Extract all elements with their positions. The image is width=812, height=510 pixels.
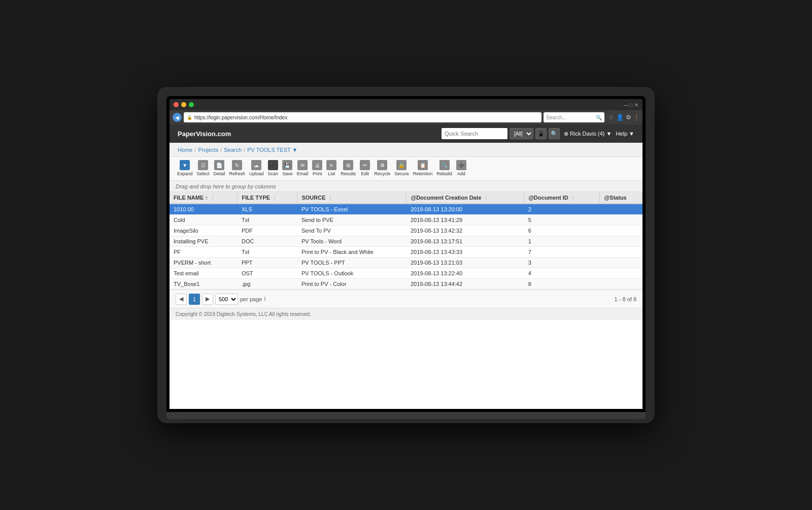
select-label: Select xyxy=(197,171,210,176)
cell-creation_date: 2019-08-13 13:20:00 xyxy=(407,204,524,215)
breadcrumb-search[interactable]: Search xyxy=(224,147,242,153)
group-by-bar[interactable]: Drag and drop here to group by columns xyxy=(170,181,642,192)
col-grip-docid[interactable]: ⋮ xyxy=(570,195,576,201)
col-grip-date[interactable]: ⋮ xyxy=(484,195,489,201)
col-grip-filetype[interactable]: ⋮ xyxy=(272,195,277,201)
table-row[interactable]: PFTxtPrint to PV - Black and White2019-0… xyxy=(170,247,642,258)
recycle-label: Recycle xyxy=(374,171,390,176)
tool-detail[interactable]: 📄 Detail xyxy=(212,159,227,177)
col-status[interactable]: @Status xyxy=(600,192,642,204)
close-btn[interactable] xyxy=(174,102,179,107)
col-creation-date[interactable]: @Document Creation Date⋮ xyxy=(407,192,524,204)
cell-filetype: DOC xyxy=(238,236,297,247)
cell-filename: PF xyxy=(170,247,238,258)
star-icon[interactable]: ☆ xyxy=(608,114,614,121)
breadcrumb-projects[interactable]: Projects xyxy=(198,147,218,153)
cell-source: Print to PV - Black and White xyxy=(297,247,407,258)
browser-search-placeholder: Search... xyxy=(546,115,566,120)
user-profile-icon[interactable]: 👤 xyxy=(616,114,624,121)
add-label: Add xyxy=(457,171,465,176)
per-page-select[interactable]: 500 100 50 xyxy=(215,294,238,305)
minimize-btn[interactable] xyxy=(181,102,186,107)
extensions-icon[interactable]: ⚙ xyxy=(626,114,631,121)
user-menu[interactable]: ⊕ Rick Davis (4) ▼ xyxy=(564,131,612,137)
prev-page-btn[interactable]: ◀ xyxy=(176,294,187,305)
cell-status xyxy=(600,279,642,290)
tool-save[interactable]: 💾 Save xyxy=(281,159,294,177)
results-label: Results xyxy=(341,171,356,176)
browser-search-icon: 🔍 xyxy=(596,115,602,120)
browser-search-box[interactable]: Search... 🔍 xyxy=(544,112,604,122)
retention-label: Retention xyxy=(413,171,433,176)
table-row[interactable]: PVERM - shortPPTPV TOOLS - PPT2019-08-13… xyxy=(170,258,642,268)
cell-doc_id: 5 xyxy=(524,215,600,226)
list-icon: ≡ xyxy=(326,160,336,170)
tool-recycle[interactable]: ♻ Recycle xyxy=(373,159,392,177)
tool-refresh[interactable]: ↻ Refresh xyxy=(228,159,247,177)
cell-source: Print to PV - Color xyxy=(297,279,407,290)
mobile-icon-btn[interactable]: 📱 xyxy=(535,128,547,139)
tool-edit[interactable]: ✏ Edit xyxy=(358,159,371,177)
cell-creation_date: 2019-08-13 13:43:33 xyxy=(407,247,524,258)
cell-source: PV TOOLS - PPT xyxy=(297,258,407,268)
cell-filename: TV_Bose1 xyxy=(170,279,238,290)
tool-scan[interactable]: ⬛ Scan xyxy=(266,159,280,177)
quick-search-wrapper: [All] 📱 🔍 xyxy=(442,128,560,139)
group-by-text: Drag and drop here to group by columns xyxy=(176,183,276,189)
cell-status xyxy=(600,204,642,215)
print-label: Print xyxy=(313,171,322,176)
detail-label: Detail xyxy=(214,171,225,176)
cell-source: Send to PVE xyxy=(297,215,407,226)
table-row[interactable]: ColdTxtSend to PVE2019-08-13 13:41:295 xyxy=(170,215,642,226)
breadcrumb-current[interactable]: PV TOOLS TEST ▼ xyxy=(247,147,297,153)
retention-icon: 📋 xyxy=(418,160,428,170)
browser-menu-icon[interactable]: ⋮ xyxy=(633,114,639,121)
app-header-right: [All] 📱 🔍 ⊕ Rick Davis (4) ▼ Help ▼ xyxy=(442,128,634,139)
search-go-button[interactable]: 🔍 xyxy=(549,128,560,139)
tool-add[interactable]: ➕ Add xyxy=(455,159,468,177)
tool-expand[interactable]: ▼ Expand xyxy=(176,159,194,177)
maximize-btn[interactable] xyxy=(189,102,194,107)
table-row[interactable]: ImageSiloPDFSend To PV2019-08-13 13:42:3… xyxy=(170,226,642,236)
toolbar: ▼ Expand ☑ Select 📄 Detail ↻ Refresh xyxy=(170,157,642,181)
cell-creation_date: 2019-08-13 13:41:29 xyxy=(407,215,524,226)
table-row[interactable]: TV_Bose1.jpgPrint to PV - Color2019-08-1… xyxy=(170,279,642,290)
col-filetype[interactable]: FILE TYPE⋮ xyxy=(238,192,297,204)
cell-filename: 1010.00 xyxy=(170,204,238,215)
quick-search-input[interactable] xyxy=(442,128,507,139)
data-table: FILE NAME ↑⋮ FILE TYPE⋮ SOURCE⋮ @Documen… xyxy=(170,192,642,290)
tool-results[interactable]: ⊞ Results xyxy=(339,159,357,177)
tool-list[interactable]: ≡ List xyxy=(325,159,338,177)
address-bar[interactable]: 🔒 https://login.papervision.com/Home/Ind… xyxy=(184,112,542,122)
edit-icon: ✏ xyxy=(360,160,370,170)
help-menu[interactable]: Help ▼ xyxy=(616,131,634,137)
table-row[interactable]: Installing PVEDOCPV Tools - Word2019-08-… xyxy=(170,236,642,247)
tool-select[interactable]: ☑ Select xyxy=(195,159,211,177)
info-icon[interactable]: ℹ xyxy=(264,296,266,302)
tool-secure[interactable]: 🔒 Secure xyxy=(393,159,411,177)
table-row[interactable]: Test emailOSTPV TOOLS - Outlook2019-08-1… xyxy=(170,268,642,279)
col-grip-filename[interactable]: ⋮ xyxy=(210,195,215,201)
expand-icon: ▼ xyxy=(180,160,190,170)
next-page-btn[interactable]: ▶ xyxy=(202,294,213,305)
current-page[interactable]: 1 xyxy=(189,294,200,305)
tool-rebuild[interactable]: 🔧 Rebuild xyxy=(435,159,454,177)
cell-source: PV TOOLS - Excel xyxy=(297,204,407,215)
cell-filename: Installing PVE xyxy=(170,236,238,247)
tool-print[interactable]: 🖨 Print xyxy=(311,159,324,177)
tool-email[interactable]: ✉ Email xyxy=(295,159,310,177)
col-source[interactable]: SOURCE⋮ xyxy=(297,192,407,204)
col-grip-source[interactable]: ⋮ xyxy=(328,195,333,201)
results-icon: ⊞ xyxy=(343,160,353,170)
breadcrumb-home[interactable]: Home xyxy=(178,147,192,153)
col-doc-id[interactable]: @Document ID⋮ xyxy=(524,192,600,204)
cell-doc_id: 1 xyxy=(524,236,600,247)
col-filename[interactable]: FILE NAME ↑⋮ xyxy=(170,192,238,204)
lock-icon: 🔒 xyxy=(187,115,192,120)
tool-retention[interactable]: 📋 Retention xyxy=(412,159,434,177)
tool-upload[interactable]: ☁ Upload xyxy=(248,159,265,177)
add-icon: ➕ xyxy=(456,160,466,170)
table-row[interactable]: 1010.00XLSPV TOOLS - Excel2019-08-13 13:… xyxy=(170,204,642,215)
scope-dropdown[interactable]: [All] xyxy=(510,128,533,139)
back-button[interactable]: ◀ xyxy=(173,113,182,122)
